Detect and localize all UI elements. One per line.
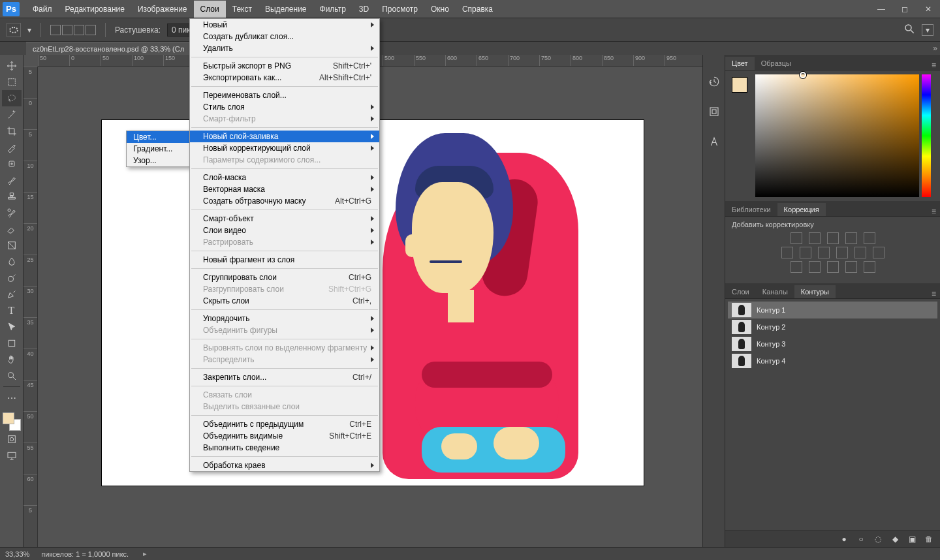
menu-item[interactable]: Объединить видимыеShift+Ctrl+E [190,430,379,442]
tab-adjustments[interactable]: Коррекция [777,203,826,216]
tool-crop[interactable] [2,123,22,139]
menu-item[interactable]: Цвет... [127,131,189,143]
menu-фильтр[interactable]: Фильтр [313,1,352,18]
menu-item[interactable]: Стиль слоя [190,101,379,113]
menu-item[interactable]: Объединить с предыдущимCtrl+E [190,418,379,430]
tool-hand[interactable] [2,351,22,367]
path-mask-icon[interactable]: ◆ [890,535,900,544]
adj-balance-icon[interactable] [800,247,811,258]
adj-selective-icon[interactable] [864,261,875,273]
menu-item[interactable]: Слои видео [190,225,379,236]
panel-menu-icon[interactable]: ≡ [932,207,936,216]
status-info-arrow[interactable]: ▸ [143,550,147,558]
tab-channels[interactable]: Каналы [756,285,794,298]
path-row[interactable]: Контур 3 [728,335,937,352]
tab-paths[interactable]: Контуры [794,285,836,298]
close-button[interactable]: ✕ [916,0,940,18]
menu-item[interactable]: Обработка краев [190,459,379,471]
select-intersect-icon[interactable] [86,25,96,35]
adj-bw-icon[interactable] [818,247,830,258]
menu-item[interactable]: Экспортировать как...Alt+Shift+Ctrl+' [190,72,379,84]
adj-mixer-icon[interactable] [854,247,866,258]
menu-изображение[interactable]: Изображение [131,1,194,18]
color-field[interactable] [755,74,919,197]
adj-curves-icon[interactable] [827,232,839,244]
foreground-swatch[interactable] [3,412,14,424]
tool-history-brush[interactable] [2,204,22,221]
adj-threshold-icon[interactable] [827,261,839,273]
adj-invert-icon[interactable] [791,261,802,273]
path-row[interactable]: Контур 2 [728,319,937,335]
current-tool-preset[interactable] [7,23,21,37]
menu-item[interactable]: Новый слой-заливка [190,131,379,142]
menu-item[interactable]: Переименовать слой... [190,89,379,101]
tool-edit-toolbar[interactable]: ⋯ [2,390,22,406]
menu-редактирование[interactable]: Редактирование [59,1,131,18]
menu-item[interactable]: Быстрый экспорт в PNGShift+Ctrl+' [190,60,379,72]
adj-brightness-icon[interactable] [791,232,802,244]
select-new-icon[interactable] [50,25,61,35]
tool-eraser[interactable] [2,221,22,237]
maximize-button[interactable]: ◻ [893,0,916,18]
tool-move[interactable] [2,57,22,74]
tool-eyedropper[interactable] [2,139,22,155]
menu-item[interactable]: Новый [190,19,379,31]
menu-item[interactable]: Градиент... [127,143,189,155]
tab-overflow-button[interactable]: » [933,44,937,53]
tool-pen[interactable] [2,286,22,302]
menu-item[interactable]: Слой-маска [190,172,379,183]
tool-type[interactable]: T [2,302,22,319]
menu-выделение[interactable]: Выделение [258,1,313,18]
path-new-icon[interactable]: ▣ [907,535,916,544]
adj-posterize-icon[interactable] [809,261,821,273]
tool-zoom[interactable] [2,367,22,384]
path-row[interactable]: Контур 1 [728,302,937,319]
menu-item[interactable]: Новый корректирующий слой [190,142,379,154]
select-add-icon[interactable] [62,25,72,35]
color-swatches[interactable] [3,412,21,431]
tool-stamp[interactable] [2,188,22,204]
tool-path-select[interactable] [2,319,22,335]
path-delete-icon[interactable]: 🗑 [924,535,933,544]
tool-brush[interactable] [2,172,22,188]
hue-slider[interactable] [922,74,931,197]
panel-menu-icon[interactable]: ≡ [932,61,936,70]
select-subtract-icon[interactable] [74,25,84,35]
menu-item[interactable]: Закрепить слои...Ctrl+/ [190,371,379,383]
menu-3d[interactable]: 3D [352,1,375,18]
document-tab[interactable]: cz0nEtLrp28-восстановлено.psd @ 33,3% (С… [26,42,191,55]
menu-слои[interactable]: Слои [194,1,226,18]
panel-menu-icon[interactable]: ≡ [932,289,936,298]
adj-hue-icon[interactable] [781,247,793,258]
dock-properties-icon[interactable] [706,103,723,120]
tool-screen-mode[interactable] [2,447,22,463]
menu-просмотр[interactable]: Просмотр [375,1,424,18]
path-stroke-icon[interactable]: ○ [856,535,866,544]
menu-справка[interactable]: Справка [456,1,499,18]
menu-item[interactable]: Удалить [190,42,379,54]
dock-history-icon[interactable] [706,73,723,90]
tool-marquee[interactable] [2,74,22,90]
path-fill-icon[interactable]: ● [839,535,849,544]
menu-item[interactable]: Выполнить сведение [190,442,379,454]
tool-dodge[interactable] [2,270,22,286]
minimize-button[interactable]: — [870,0,893,18]
adj-exposure-icon[interactable] [845,232,857,244]
menu-текст[interactable]: Текст [226,1,258,18]
menu-item[interactable]: Смарт-объект [190,213,379,225]
path-selection-icon[interactable]: ◌ [873,535,883,544]
tab-libraries[interactable]: Библиотеки [725,203,777,216]
dock-character-icon[interactable] [706,133,723,150]
menu-item[interactable]: Создать обтравочную маскуAlt+Ctrl+G [190,195,379,207]
tab-layers[interactable]: Слои [725,285,756,298]
menu-item[interactable]: Узор... [127,155,189,166]
tab-color[interactable]: Цвет [725,57,755,70]
selection-mode-buttons[interactable] [50,25,96,35]
tool-blur[interactable] [2,253,22,270]
path-row[interactable]: Контур 4 [728,352,937,369]
menu-item[interactable]: Векторная маска [190,183,379,195]
adj-vibrance-icon[interactable] [864,232,875,244]
color-swatch-current[interactable] [732,77,747,93]
adj-levels-icon[interactable] [809,232,821,244]
menu-item[interactable]: Новый фрагмент из слоя [190,254,379,266]
